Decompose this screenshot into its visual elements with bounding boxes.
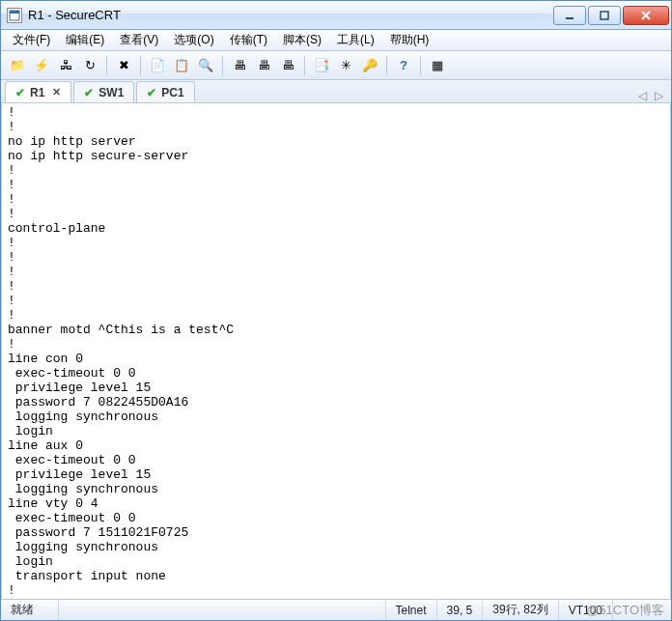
- tab-pc1[interactable]: ✔ PC1: [136, 81, 194, 102]
- help-icon[interactable]: ?: [393, 55, 414, 76]
- check-icon: ✔: [147, 86, 156, 99]
- svg-rect-3: [601, 12, 608, 19]
- options-icon[interactable]: 📑: [311, 55, 332, 76]
- settings-icon[interactable]: ✳: [335, 55, 356, 76]
- terminal-output[interactable]: ! ! no ip http server no ip http secure-…: [1, 103, 671, 599]
- session-mgr-icon[interactable]: 📁: [7, 55, 28, 76]
- check-icon: ✔: [15, 86, 25, 99]
- toolbar-separator: [304, 56, 305, 75]
- key-icon[interactable]: 🔑: [359, 55, 380, 76]
- close-tab-icon[interactable]: ✕: [52, 86, 61, 99]
- toolbar: 📁 ⚡ 🖧 ↻ ✖ 📄 📋 🔍 🖶 🖶 🖶 📑 ✳ 🔑 ? ▦: [1, 51, 671, 80]
- quick-connect-icon[interactable]: ⚡: [31, 55, 52, 76]
- toolbar-separator: [386, 56, 387, 75]
- status-cursor: 39, 5: [437, 600, 484, 620]
- print-icon[interactable]: 🖶: [229, 55, 250, 76]
- toolbar-separator: [420, 56, 421, 75]
- svg-rect-1: [10, 11, 19, 14]
- tab-sw1[interactable]: ✔ SW1: [73, 81, 134, 102]
- status-protocol: Telnet: [386, 600, 437, 620]
- menu-help[interactable]: 帮助(H): [382, 30, 437, 50]
- minimize-button[interactable]: [553, 6, 586, 25]
- menu-view[interactable]: 查看(V): [112, 30, 166, 50]
- app-icon: [7, 8, 22, 23]
- menu-transfer[interactable]: 传输(T): [222, 30, 275, 50]
- disconnect-icon[interactable]: ✖: [113, 55, 134, 76]
- close-button[interactable]: [623, 6, 669, 25]
- toggle-icon[interactable]: ▦: [427, 55, 448, 76]
- status-bar: 就绪 Telnet 39, 5 39行, 82列 VT100: [1, 599, 671, 620]
- copy-icon[interactable]: 📄: [147, 55, 168, 76]
- menu-tools[interactable]: 工具(L): [329, 30, 382, 50]
- reconnect-icon[interactable]: ↻: [79, 55, 100, 76]
- toolbar-separator: [140, 56, 141, 75]
- menu-script[interactable]: 脚本(S): [275, 30, 329, 50]
- check-icon: ✔: [84, 86, 94, 99]
- tab-prev-icon[interactable]: ◁: [634, 89, 651, 102]
- tab-label: R1: [30, 86, 44, 99]
- menu-edit[interactable]: 编辑(E): [58, 30, 112, 50]
- window-title: R1 - SecureCRT: [28, 8, 551, 22]
- print-setup-icon[interactable]: 🖶: [253, 55, 274, 76]
- connect-icon[interactable]: 🖧: [55, 55, 76, 76]
- find-icon[interactable]: 🔍: [195, 55, 216, 76]
- tab-r1[interactable]: ✔ R1 ✕: [5, 81, 71, 102]
- menu-options[interactable]: 选项(O): [166, 30, 221, 50]
- status-spacer: [59, 600, 386, 620]
- tab-next-icon[interactable]: ▷: [651, 89, 667, 102]
- maximize-button[interactable]: [588, 6, 621, 25]
- title-bar: R1 - SecureCRT: [1, 1, 671, 30]
- tab-label: SW1: [98, 86, 124, 99]
- print-screen-icon[interactable]: 🖶: [277, 55, 298, 76]
- status-emulation: VT100: [559, 600, 613, 620]
- menu-bar: 文件(F) 编辑(E) 查看(V) 选项(O) 传输(T) 脚本(S) 工具(L…: [1, 30, 671, 51]
- toolbar-separator: [106, 56, 107, 75]
- status-end: [613, 600, 671, 620]
- menu-file[interactable]: 文件(F): [5, 30, 58, 50]
- status-ready: 就绪: [1, 600, 59, 620]
- tab-label: PC1: [161, 86, 183, 99]
- tab-strip: ✔ R1 ✕ ✔ SW1 ✔ PC1 ◁ ▷: [1, 80, 671, 103]
- toolbar-separator: [222, 56, 223, 75]
- paste-icon[interactable]: 📋: [171, 55, 192, 76]
- status-size: 39行, 82列: [483, 600, 558, 620]
